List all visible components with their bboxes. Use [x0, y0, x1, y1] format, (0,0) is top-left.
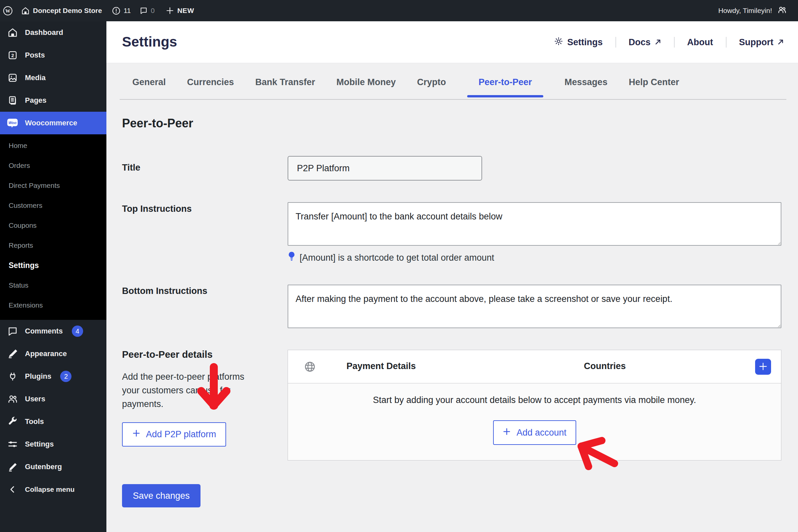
- visit-site-item[interactable]: Doncept Demo Store: [17, 0, 107, 21]
- header-about-link[interactable]: About: [687, 37, 713, 48]
- table-empty-state-text: Start by adding your account details bel…: [288, 395, 781, 405]
- external-link-icon: [777, 37, 784, 48]
- tab-currencies[interactable]: Currencies: [187, 73, 234, 96]
- header-settings-link[interactable]: Settings: [554, 37, 603, 48]
- bottom-instructions-textarea[interactable]: After making the payment to the account …: [288, 285, 781, 328]
- home-icon: [21, 7, 30, 15]
- title-input[interactable]: [288, 156, 482, 180]
- sidebar-item-appearance[interactable]: Appearance: [0, 342, 107, 365]
- svg-text:2: 2: [11, 53, 14, 58]
- sidebar-item-label: Comments: [25, 327, 63, 336]
- top-instructions-textarea[interactable]: Transfer [Amount] to the bank account de…: [288, 202, 781, 246]
- submenu-item-extensions[interactable]: Extensions: [0, 295, 107, 315]
- site-name[interactable]: Doncept Demo Store: [33, 7, 102, 15]
- submenu-item-orders[interactable]: Orders: [0, 156, 107, 175]
- header-docs-link[interactable]: Docs: [629, 37, 661, 48]
- header-about-label: About: [687, 37, 713, 48]
- sidebar-item-posts[interactable]: 2 Posts: [0, 44, 107, 66]
- sidebar-item-comments[interactable]: Comments 4: [0, 320, 107, 342]
- sidebar-item-gutenberg[interactable]: Gutenberg: [0, 456, 107, 478]
- section-heading: Peer-to-Peer: [122, 116, 193, 130]
- sidebar-item-label: Tools: [25, 417, 44, 426]
- plus-icon: [166, 7, 174, 15]
- header-settings-label: Settings: [567, 37, 603, 48]
- sidebar-item-label: Settings: [25, 440, 54, 449]
- admin-sidebar: Dashboard 2 Posts Media Pages Woo Woocom…: [0, 21, 107, 532]
- sliders-icon: [7, 439, 18, 450]
- new-label: NEW: [177, 7, 194, 15]
- divider: [726, 37, 726, 48]
- sidebar-item-media[interactable]: Media: [0, 66, 107, 89]
- add-p2p-platform-label: Add P2P platform: [146, 429, 216, 440]
- column-header-payment-details: Payment Details: [346, 361, 416, 372]
- submenu-item-status[interactable]: Status: [0, 275, 107, 295]
- alert-circle-icon: [112, 7, 120, 15]
- settings-tabs: General Currencies Bank Transfer Mobile …: [120, 73, 786, 100]
- sidebar-item-woocommerce[interactable]: Woo Woocommerce: [0, 112, 107, 134]
- add-row-button[interactable]: [755, 359, 771, 375]
- globe-icon: [304, 361, 316, 374]
- wrench-icon: [7, 416, 18, 427]
- submenu-item-reports[interactable]: Reports: [0, 235, 107, 255]
- header-nav: Settings Docs About Support: [554, 21, 784, 63]
- chevron-left-icon: [7, 484, 18, 495]
- add-p2p-platform-button[interactable]: Add P2P platform: [122, 422, 226, 446]
- tab-crypto[interactable]: Crypto: [417, 73, 446, 96]
- tab-peer-to-peer[interactable]: Peer-to-Peer: [478, 73, 532, 96]
- collapse-menu-label: Collapse menu: [25, 486, 75, 493]
- add-account-button[interactable]: Add account: [493, 420, 576, 445]
- submenu-item-customers[interactable]: Customers: [0, 195, 107, 215]
- sidebar-item-dashboard[interactable]: Dashboard: [0, 21, 107, 44]
- details-description: Add the peer-to-peer platforms your cust…: [122, 370, 257, 411]
- submenu-item-settings[interactable]: Settings: [0, 255, 107, 275]
- comment-bubble-icon: [140, 7, 148, 15]
- submenu-item-coupons[interactable]: Coupons: [0, 215, 107, 235]
- tip-text: [Amount] is a shortcode to get total ord…: [300, 253, 494, 263]
- brush-icon: [7, 348, 18, 359]
- account-menu[interactable]: Howdy, Timileyin!: [718, 0, 787, 21]
- woo-icon: Woo: [7, 118, 18, 129]
- sidebar-item-users[interactable]: Users: [0, 388, 107, 410]
- tab-messages[interactable]: Messages: [565, 73, 607, 96]
- top-instructions-label: Top Instructions: [122, 204, 192, 214]
- sidebar-item-label: Users: [25, 395, 45, 403]
- wordpress-logo-icon[interactable]: W: [0, 0, 17, 21]
- lightbulb-icon: [288, 251, 296, 264]
- new-content-item[interactable]: NEW: [159, 0, 199, 21]
- tab-general[interactable]: General: [132, 73, 166, 96]
- sidebar-item-label: Gutenberg: [25, 462, 62, 471]
- header-docs-label: Docs: [629, 37, 651, 48]
- save-changes-button[interactable]: Save changes: [122, 484, 201, 507]
- details-heading: Peer-to-Peer details: [122, 349, 212, 360]
- submenu-item-home[interactable]: Home: [0, 136, 107, 156]
- updates-item[interactable]: 11: [107, 0, 136, 21]
- sidebar-item-pages[interactable]: Pages: [0, 89, 107, 112]
- plus-icon: [502, 427, 511, 438]
- sidebar-item-label: Pages: [25, 96, 46, 105]
- divider: [615, 37, 616, 48]
- header-support-link[interactable]: Support: [739, 37, 784, 48]
- gear-icon: [554, 37, 563, 48]
- add-account-label: Add account: [516, 428, 566, 438]
- submenu-item-direct-payments[interactable]: Direct Payments: [0, 175, 107, 195]
- tab-bank-transfer[interactable]: Bank Transfer: [255, 73, 315, 96]
- accounts-table: Payment Details Countries Start by addin…: [288, 350, 781, 460]
- tab-mobile-money[interactable]: Mobile Money: [337, 73, 396, 96]
- sidebar-item-label: Posts: [25, 51, 45, 59]
- comments-item[interactable]: 0: [136, 0, 159, 21]
- home-icon: [7, 27, 18, 38]
- sidebar-item-settings[interactable]: Settings: [0, 433, 107, 456]
- pencil-icon: [7, 461, 18, 473]
- tab-help-center[interactable]: Help Center: [629, 73, 679, 96]
- sidebar-item-plugins[interactable]: Plugins 2: [0, 365, 107, 388]
- collapse-menu-button[interactable]: Collapse menu: [0, 478, 107, 501]
- svg-text:W: W: [5, 8, 10, 13]
- accounts-table-header: Payment Details Countries: [288, 350, 781, 383]
- plus-icon: [758, 362, 768, 372]
- woocommerce-submenu: Home Orders Direct Payments Customers Co…: [0, 134, 107, 320]
- update-count: 11: [124, 7, 131, 15]
- sidebar-item-tools[interactable]: Tools: [0, 410, 107, 433]
- header-support-label: Support: [739, 37, 773, 48]
- title-label: Title: [122, 163, 140, 173]
- divider: [674, 37, 674, 48]
